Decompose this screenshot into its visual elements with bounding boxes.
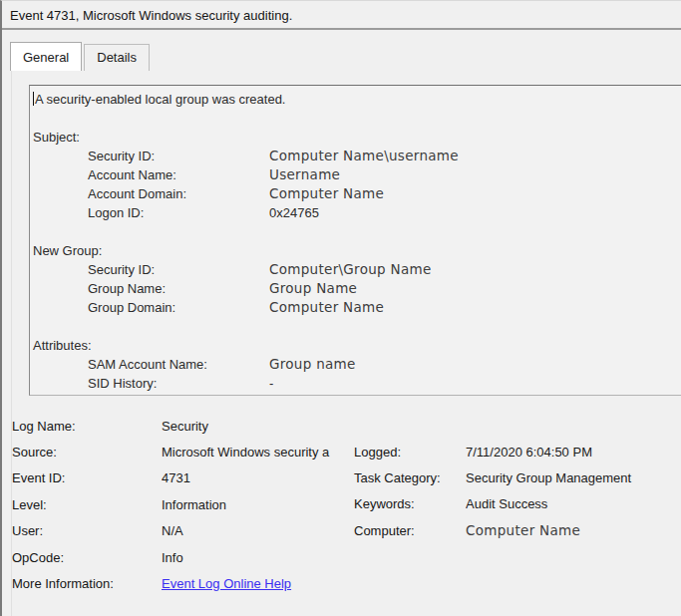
- grid-label: More Information:: [12, 576, 162, 591]
- blank-line: [33, 109, 681, 128]
- grid-row-source: Source: Microsoft Windows security a: [12, 439, 356, 464]
- field-row: SID History: -: [33, 374, 681, 393]
- field-row: SAM Account Name: Group name: [33, 355, 681, 374]
- grid-row-task-category: Task Category: Security Group Management: [354, 464, 681, 490]
- grid-value: 4731: [162, 470, 353, 485]
- field-value: Username: [269, 165, 681, 184]
- section-heading-new-group: New Group:: [33, 241, 681, 260]
- field-value: 0x24765: [269, 203, 681, 222]
- event-summary-line: A security-enabled local group was creat…: [33, 90, 681, 109]
- field-row: Security ID: Computer Name\username: [33, 147, 681, 165]
- grid-label: Event ID:: [12, 470, 162, 485]
- field-row: Group Domain: Computer Name: [33, 298, 681, 317]
- event-title-bar: Event 4731, Microsoft Windows security a…: [2, 1, 681, 30]
- field-label: Group Name:: [88, 279, 269, 298]
- field-label: Account Name:: [88, 165, 269, 184]
- field-label: Account Domain:: [88, 184, 269, 203]
- field-value: Computer Name\username: [269, 147, 681, 165]
- grid-value: N/A: [162, 523, 353, 538]
- grid-label: Source:: [12, 445, 162, 460]
- grid-row-computer: Computer: Computer Name: [354, 517, 681, 543]
- grid-label: Level:: [12, 497, 162, 512]
- tab-details[interactable]: Details: [84, 44, 150, 71]
- tab-strip: General Details: [10, 42, 150, 71]
- grid-value: Security Group Management: [466, 470, 681, 485]
- event-title: Event 4731, Microsoft Windows security a…: [10, 8, 292, 23]
- grid-row-log-name: Log Name: Security: [12, 413, 356, 439]
- grid-value: Info: [162, 550, 353, 565]
- grid-value: Security: [162, 419, 353, 434]
- event-description-textbox[interactable]: A security-enabled local group was creat…: [29, 85, 681, 396]
- grid-row-event-id: Event ID: 4731: [12, 465, 356, 491]
- grid-row-keywords: Keywords: Audit Success: [354, 491, 681, 517]
- grid-label: User:: [12, 523, 162, 538]
- field-value: Group name: [269, 355, 681, 374]
- grid-value: Microsoft Windows security a: [162, 445, 353, 460]
- field-label: Security ID:: [88, 147, 269, 165]
- grid-value: Computer Name: [466, 522, 681, 538]
- grid-label: OpCode:: [12, 550, 162, 565]
- tab-general[interactable]: General: [10, 42, 82, 71]
- grid-value: 7/11/2020 6:04:50 PM: [466, 445, 681, 460]
- grid-row-user: User: N/A: [12, 518, 356, 544]
- blank-line: [33, 317, 681, 336]
- field-row: Account Name: Username: [33, 165, 681, 184]
- section-heading-subject: Subject:: [33, 128, 681, 147]
- grid-row-more-information: More Information: Event Log Online Help: [12, 570, 356, 596]
- field-row: Group Name: Group Name: [33, 279, 681, 298]
- grid-label: Task Category:: [354, 470, 466, 485]
- field-value: -: [269, 374, 681, 393]
- grid-label: Keywords:: [354, 496, 466, 511]
- field-label: Group Domain:: [88, 298, 269, 317]
- grid-label: Log Name:: [12, 419, 162, 434]
- grid-value: Audit Success: [466, 496, 681, 511]
- field-row: Account Domain: Computer Name: [33, 184, 681, 203]
- grid-row-logged: Logged: 7/11/2020 6:04:50 PM: [354, 439, 681, 464]
- field-value: Computer Name: [269, 298, 681, 317]
- event-summary: A security-enabled local group was creat…: [35, 92, 285, 107]
- grid-label: Computer:: [354, 523, 466, 538]
- field-row: Logon ID: 0x24765: [33, 203, 681, 222]
- grid-row-opcode: OpCode: Info: [12, 544, 356, 570]
- field-label: Security ID:: [88, 260, 269, 279]
- text-caret: [33, 92, 34, 106]
- field-label: Logon ID:: [88, 203, 269, 222]
- event-properties-window: Event 4731, Microsoft Windows security a…: [0, 0, 681, 616]
- event-log-online-help-link[interactable]: Event Log Online Help: [162, 576, 353, 591]
- field-label: SID History:: [88, 374, 269, 393]
- details-grid-left: Log Name: Security Source: Microsoft Win…: [12, 413, 356, 597]
- grid-row-level: Level: Information: [12, 491, 356, 517]
- grid-value: Information: [162, 497, 353, 512]
- field-value: Computer Name: [269, 184, 681, 203]
- section-heading-attributes: Attributes:: [33, 336, 681, 355]
- field-value: Computer\Group Name: [269, 260, 681, 279]
- field-label: SAM Account Name:: [88, 355, 269, 374]
- blank-line: [33, 222, 681, 241]
- field-row: Security ID: Computer\Group Name: [33, 260, 681, 279]
- details-grid-right: Logged: 7/11/2020 6:04:50 PM Task Catego…: [354, 439, 681, 544]
- grid-label: Logged:: [354, 445, 466, 460]
- field-value: Group Name: [269, 279, 681, 298]
